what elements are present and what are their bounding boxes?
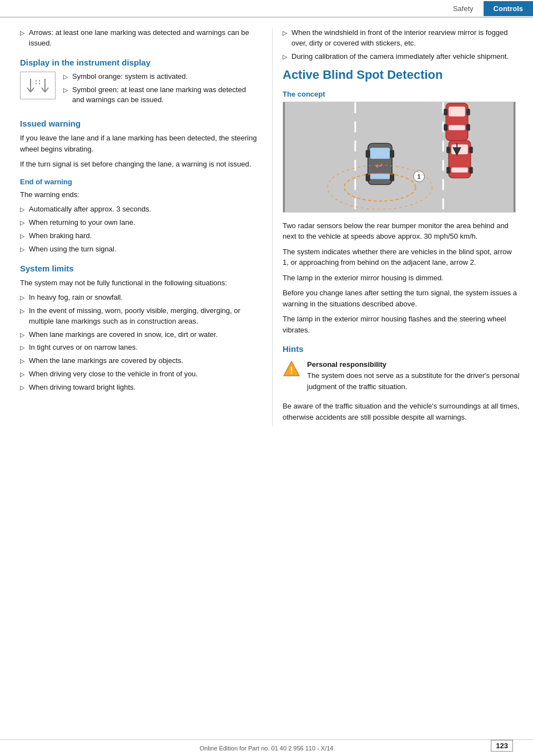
- list-item: ▷ When driving toward bright lights.: [20, 382, 259, 393]
- car-3: [444, 103, 470, 140]
- list-item: ▷ During calibration of the camera immed…: [283, 52, 520, 62]
- symbol-inner: [26, 77, 49, 94]
- hint-warning-text: The system does not serve as a substitut…: [307, 370, 520, 392]
- hints-title: Hints: [283, 344, 520, 354]
- page-footer: Online Edition for Part no. 01 40 2 956 …: [0, 739, 533, 756]
- svg-rect-32: [449, 106, 465, 116]
- bullet-arrow-icon: ▷: [20, 357, 24, 366]
- bullet-arrow-icon: ▷: [20, 29, 24, 38]
- end-of-warning-intro: The warning ends:: [20, 189, 259, 200]
- display-section-title: Display in the instrument display: [20, 58, 259, 67]
- concept-p4: Before you change lanes after setting th…: [283, 288, 520, 309]
- list-item: ▷ When the lane markings are covered by …: [20, 356, 259, 366]
- bullet-arrow-icon: ▷: [20, 232, 24, 241]
- hint-content: Personal responsibility The system does …: [307, 360, 520, 396]
- concept-p1: Two radar sensors below the rear bumper …: [283, 220, 520, 242]
- car-1: ↩: [366, 143, 394, 184]
- symbol-bullets: ▷ Symbol orange: system is activated. ▷ …: [63, 72, 259, 110]
- svg-rect-18: [390, 150, 394, 158]
- bullet-arrow-icon: ▷: [20, 370, 24, 379]
- car-diagram-svg: ↩ 2: [283, 102, 515, 212]
- svg-rect-16: [370, 173, 390, 179]
- issued-warning-title: Issued warning: [20, 119, 259, 128]
- symbol-section: ▷ Symbol orange: system is activated. ▷ …: [20, 72, 259, 110]
- system-limits-intro: The system may not be fully functional i…: [20, 278, 259, 289]
- list-item: ▷ When lane markings are covered in snow…: [20, 330, 259, 340]
- list-item: ▷ When driving very close to the vehicle…: [20, 369, 259, 380]
- list-item: ▷ Automatically after approx. 3 seconds.: [20, 204, 259, 215]
- svg-rect-25: [446, 147, 450, 153]
- bullet-arrow-icon: ▷: [63, 86, 68, 95]
- hint-box: ! Personal responsibility The system doe…: [283, 360, 520, 396]
- page-number: 123: [491, 740, 513, 752]
- svg-rect-33: [449, 125, 465, 130]
- concept-p2: The system indicates whether there are v…: [283, 246, 520, 268]
- end-of-warning-title: End of warning: [20, 178, 259, 186]
- list-item: ▷ When braking hard.: [20, 231, 259, 241]
- hint-p2: Be aware of the traffic situation and th…: [283, 401, 520, 422]
- svg-text:!: !: [290, 366, 293, 375]
- svg-rect-35: [466, 108, 470, 115]
- right-bullets-list: ▷ When the windshield in front of the in…: [283, 28, 520, 62]
- main-content: ▷ Arrows: at least one lane marking was …: [0, 18, 533, 427]
- svg-rect-9: [284, 102, 515, 212]
- right-column: ▷ When the windshield in front of the in…: [272, 28, 533, 427]
- list-item: ▷ Arrows: at least one lane marking was …: [20, 28, 259, 49]
- car-diagram: ↩ 2: [283, 102, 516, 213]
- symbol-box: [20, 72, 56, 99]
- bullet-arrow-icon: ▷: [20, 205, 24, 214]
- svg-text:1: 1: [418, 173, 421, 179]
- svg-rect-34: [444, 108, 447, 115]
- system-limits-title: System limits: [20, 264, 259, 273]
- svg-rect-15: [370, 148, 390, 159]
- list-item: ▷ Symbol orange: system is activated.: [63, 72, 259, 82]
- svg-rect-37: [466, 124, 470, 130]
- bullet-arrow-icon: ▷: [20, 245, 24, 254]
- active-blind-spot-title: Active Blind Spot Detection: [283, 68, 520, 82]
- list-item: ▷ When returning to your own lane.: [20, 218, 259, 228]
- list-item: ▷ When using the turn signal.: [20, 244, 259, 255]
- list-item: ▷ In tight curves or on narrow lanes.: [20, 342, 259, 353]
- hint-warning-title: Personal responsibility: [307, 360, 520, 369]
- svg-rect-27: [446, 167, 450, 173]
- end-of-warning-list: ▷ Automatically after approx. 3 seconds.…: [20, 204, 259, 254]
- bullet-arrow-icon: ▷: [63, 73, 68, 82]
- page-header: Safety Controls: [0, 0, 533, 18]
- bullet-arrow-icon: ▷: [20, 384, 24, 392]
- footer-text: Online Edition for Part no. 01 40 2 956 …: [200, 745, 334, 752]
- bullet-arrow-icon: ▷: [20, 331, 24, 340]
- bullet-arrow-icon: ▷: [20, 219, 24, 228]
- svg-rect-28: [469, 167, 473, 173]
- list-item: ▷ When the windshield in front of the in…: [283, 28, 520, 49]
- issued-warning-p2: If the turn signal is set before changin…: [20, 159, 259, 170]
- bullet-arrow-icon: ▷: [20, 307, 24, 316]
- lane-symbol-svg: [26, 77, 49, 94]
- left-column: ▷ Arrows: at least one lane marking was …: [0, 28, 272, 427]
- issued-warning-p1: If you leave the lane and if a lane mark…: [20, 133, 259, 154]
- list-item: ▷ Symbol green: at least one lane markin…: [63, 85, 259, 106]
- bullet-arrow-icon: ▷: [20, 344, 24, 352]
- system-limits-list: ▷ In heavy fog, rain or snowfall. ▷ In t…: [20, 293, 259, 393]
- svg-rect-24: [451, 167, 468, 172]
- svg-rect-23: [451, 144, 468, 154]
- warning-icon: !: [283, 360, 300, 378]
- tab-controls[interactable]: Controls: [484, 1, 533, 16]
- tab-safety[interactable]: Safety: [443, 1, 484, 16]
- concept-p3: The lamp in the exterior mirror housing …: [283, 273, 520, 284]
- intro-bullet-list: ▷ Arrows: at least one lane marking was …: [20, 28, 259, 49]
- bullet-arrow-icon: ▷: [20, 294, 24, 303]
- concept-subtitle: The concept: [283, 90, 520, 98]
- svg-rect-26: [469, 147, 473, 153]
- svg-rect-36: [444, 124, 447, 130]
- bullet-arrow-icon: ▷: [283, 53, 287, 62]
- list-item: ▷ In the event of missing, worn, poorly …: [20, 306, 259, 327]
- list-item: ▷ In heavy fog, rain or snowfall.: [20, 293, 259, 303]
- bullet-arrow-icon: ▷: [283, 29, 287, 38]
- concept-p5: The lamp in the exterior mirror housing …: [283, 314, 520, 335]
- svg-rect-17: [366, 150, 370, 158]
